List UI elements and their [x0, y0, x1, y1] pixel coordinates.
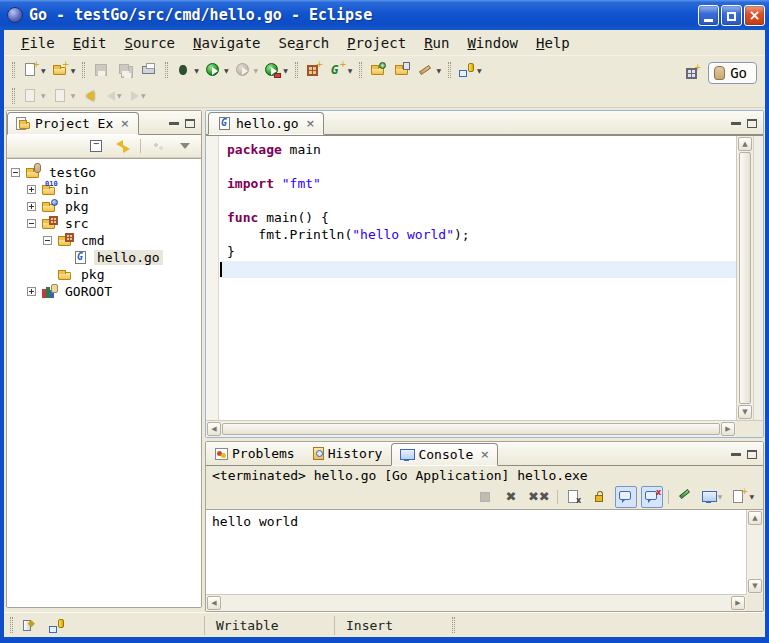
new-button[interactable]: +▼ — [20, 59, 48, 81]
last-edit-location-button[interactable] — [79, 85, 101, 107]
menu-help[interactable]: Help — [527, 32, 579, 54]
scroll-right-icon[interactable]: ▶ — [731, 596, 745, 610]
minimize-view-icon[interactable] — [169, 122, 179, 125]
expand-toggle-icon[interactable] — [27, 202, 36, 211]
view-menu-button[interactable] — [174, 135, 196, 157]
overview-ruler[interactable] — [753, 136, 763, 420]
tree-item-bin[interactable]: 010 bin — [7, 181, 201, 198]
debug-button[interactable]: ▼ — [173, 59, 201, 81]
tab-problems[interactable]: Problems — [206, 442, 304, 465]
collapse-toggle-icon[interactable] — [43, 236, 52, 245]
maximize-view-icon[interactable] — [747, 119, 757, 128]
remove-launch-button[interactable]: ✖ — [500, 486, 522, 508]
run-button[interactable]: ▼ — [203, 59, 231, 81]
statusbar-gripper[interactable] — [452, 617, 455, 633]
tree-item-pkg[interactable]: pkg — [7, 198, 201, 215]
remove-all-launches-button[interactable]: ✖✖ — [526, 486, 552, 508]
menu-edit[interactable]: Edit — [64, 32, 116, 54]
scrollbar-thumb[interactable] — [222, 423, 720, 435]
tree-item-cmd[interactable]: cmd — [7, 232, 201, 249]
scroll-up-icon[interactable]: ▲ — [748, 511, 762, 525]
minimize-button[interactable] — [698, 5, 719, 26]
collapse-toggle-icon[interactable] — [11, 168, 20, 177]
scroll-left-icon[interactable]: ◀ — [207, 596, 221, 610]
title-bar[interactable]: Go - testGo/src/cmd/hello.go - Eclipse × — [0, 0, 769, 30]
tab-project-explorer[interactable]: Project Ex × — [7, 112, 139, 135]
statusbar-gripper[interactable] — [10, 617, 13, 633]
tree-item-goroot[interactable]: GOROOT — [7, 283, 201, 300]
switch-marker-button[interactable]: ▼ — [456, 59, 484, 81]
open-console-button[interactable]: +▼ — [728, 486, 756, 508]
pin-console-button[interactable] — [674, 486, 696, 508]
editor-horizontal-scrollbar[interactable]: ◀ ▶ — [206, 420, 736, 437]
maximize-button[interactable] — [721, 5, 742, 26]
scroll-down-icon[interactable]: ▼ — [738, 405, 752, 419]
scrollbar-thumb[interactable] — [739, 152, 751, 404]
save-all-button[interactable] — [114, 59, 136, 81]
menu-search[interactable]: Search — [270, 32, 339, 54]
code-text-area[interactable]: package main import "fmt" func main() { … — [220, 136, 736, 420]
tree-item-testgo[interactable]: testGo — [7, 164, 201, 181]
new-go-project-button[interactable]: + — [303, 59, 325, 81]
import-button[interactable] — [367, 59, 389, 81]
back-button[interactable]: ▼ — [103, 85, 125, 107]
close-view-icon[interactable]: × — [480, 448, 489, 461]
forward-button[interactable]: ▼ — [127, 85, 149, 107]
close-editor-icon[interactable]: × — [306, 117, 315, 130]
tab-hello-go[interactable]: hello.go × — [208, 112, 324, 135]
expand-toggle-icon[interactable] — [27, 185, 36, 194]
open-perspective-button[interactable]: + — [681, 62, 703, 84]
scroll-lock-button[interactable] — [589, 486, 611, 508]
console-output[interactable]: hello world — [206, 510, 746, 594]
display-selected-console-button[interactable]: ▼ — [700, 486, 725, 508]
toolbar-gripper[interactable] — [165, 62, 168, 78]
menu-project[interactable]: Project — [338, 32, 415, 54]
scroll-right-icon[interactable]: ▶ — [721, 422, 735, 436]
toolbar-gripper[interactable] — [295, 62, 298, 78]
print-button[interactable] — [138, 59, 160, 81]
clear-console-button[interactable]: x — [563, 486, 585, 508]
external-tools-button[interactable]: ▼ — [262, 59, 290, 81]
previous-annotation-button[interactable]: ▼ — [50, 85, 78, 107]
minimize-view-icon[interactable] — [731, 453, 741, 456]
expand-toggle-icon[interactable] — [27, 287, 36, 296]
go-perspective-button[interactable]: Go — [708, 62, 757, 84]
collapse-toggle-icon[interactable] — [27, 219, 36, 228]
toolbar-gripper[interactable] — [359, 62, 362, 78]
tab-console[interactable]: Console × — [391, 443, 498, 466]
toolbar-gripper[interactable] — [12, 88, 15, 104]
scroll-up-icon[interactable]: ▲ — [738, 137, 752, 151]
show-stderr-toggle[interactable]: x — [641, 486, 663, 508]
menu-file[interactable]: File — [12, 32, 64, 54]
menu-source[interactable]: Source — [115, 32, 184, 54]
scroll-down-icon[interactable]: ▼ — [748, 579, 762, 593]
console-vertical-scrollbar[interactable]: ▲ ▼ — [746, 510, 763, 594]
tree-item-hello-go[interactable]: hello.go — [7, 249, 201, 266]
terminate-button[interactable] — [474, 486, 496, 508]
show-stdout-toggle[interactable] — [615, 486, 637, 508]
menu-window[interactable]: Window — [458, 32, 527, 54]
tab-history[interactable]: History — [304, 442, 392, 465]
menu-navigate[interactable]: Navigate — [184, 32, 269, 54]
close-view-icon[interactable]: × — [120, 117, 129, 130]
export-button[interactable] — [391, 59, 413, 81]
annotation-ruler[interactable] — [206, 136, 219, 420]
toolbar-gripper[interactable] — [82, 62, 85, 78]
focus-button[interactable] — [147, 135, 169, 157]
maximize-view-icon[interactable] — [747, 450, 757, 459]
marker-switch-button[interactable] — [48, 613, 65, 637]
link-with-editor-button[interactable] — [112, 135, 134, 157]
new-project-button[interactable]: +▼ — [50, 59, 78, 81]
toolbar-gripper[interactable] — [448, 62, 451, 78]
new-go-element-button[interactable]: G+▼ — [327, 59, 355, 81]
tree-item-src[interactable]: src — [7, 215, 201, 232]
editor-vertical-scrollbar[interactable]: ▲ ▼ — [736, 136, 753, 420]
close-button[interactable]: × — [744, 5, 765, 26]
tree-item-pkg-src[interactable]: pkg — [7, 266, 201, 283]
next-annotation-button[interactable]: ▼ — [20, 85, 48, 107]
menu-run[interactable]: Run — [415, 32, 458, 54]
collapse-all-button[interactable] — [85, 135, 107, 157]
save-button[interactable] — [90, 59, 112, 81]
editor-presentation-button[interactable]: ◆ — [20, 613, 37, 637]
maximize-view-icon[interactable] — [185, 119, 195, 128]
